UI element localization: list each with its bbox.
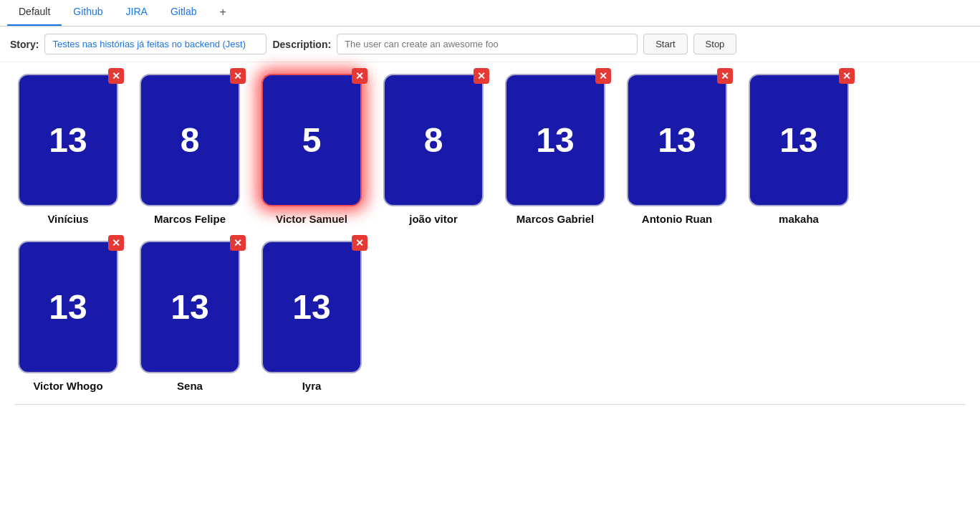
card-item: ✕8joão vitor xyxy=(380,74,487,226)
card-close-button[interactable]: ✕ xyxy=(352,68,368,84)
card-close-button[interactable]: ✕ xyxy=(108,68,124,84)
card-wrapper: ✕13 xyxy=(140,241,240,373)
card-close-button[interactable]: ✕ xyxy=(474,68,489,84)
card-wrapper: ✕13 xyxy=(18,74,118,206)
tab-add[interactable]: + xyxy=(208,0,238,26)
story-label: Story: xyxy=(10,39,39,50)
card-close-button[interactable]: ✕ xyxy=(352,235,368,251)
card-wrapper: ✕13 xyxy=(505,74,605,206)
tab-bar: Default Github JIRA Gitlab + xyxy=(0,0,980,27)
stop-button[interactable]: Stop xyxy=(693,34,737,54)
card[interactable]: 13 xyxy=(505,74,605,206)
card[interactable]: 8 xyxy=(140,74,240,206)
card-close-button[interactable]: ✕ xyxy=(839,68,855,84)
card-wrapper: ✕5 xyxy=(261,74,362,206)
tab-gitlab[interactable]: Gitlab xyxy=(159,0,208,26)
card-item: ✕8Marcos Felipe xyxy=(136,74,244,226)
card-close-button[interactable]: ✕ xyxy=(108,235,124,251)
card-wrapper: ✕13 xyxy=(749,74,849,206)
card-name: Antonio Ruan xyxy=(642,212,712,226)
card-name: Marcos Gabriel xyxy=(517,212,594,226)
card-name: Vinícius xyxy=(47,212,88,226)
card-item: ✕13makaha xyxy=(745,74,852,226)
card-item: ✕13Marcos Gabriel xyxy=(501,74,609,226)
card-item: ✕13Antonio Ruan xyxy=(623,74,731,226)
cards-grid: ✕13Vinícius✕8Marcos Felipe✕5Victor Samue… xyxy=(0,62,980,404)
card-name: makaha xyxy=(779,212,819,226)
card-close-button[interactable]: ✕ xyxy=(717,68,733,84)
card-name: joão vitor xyxy=(409,212,458,226)
description-label: Description: xyxy=(272,39,331,50)
card-item: ✕13Victor Whogo xyxy=(14,241,122,393)
card-name: Marcos Felipe xyxy=(154,212,226,226)
card-close-button[interactable]: ✕ xyxy=(595,68,611,84)
card-wrapper: ✕8 xyxy=(140,74,240,206)
card-wrapper: ✕8 xyxy=(383,74,484,206)
toolbar: Story: Description: Start Stop xyxy=(0,27,980,62)
card-wrapper: ✕13 xyxy=(18,241,118,373)
card-close-button[interactable]: ✕ xyxy=(230,235,246,251)
card-name: Victor Samuel xyxy=(276,212,347,226)
card-item: ✕5Victor Samuel xyxy=(258,74,365,226)
card-name: Sena xyxy=(177,379,203,393)
card[interactable]: 13 xyxy=(18,74,118,206)
card-item: ✕13Iyra xyxy=(258,241,365,393)
tab-default[interactable]: Default xyxy=(7,0,62,26)
start-button[interactable]: Start xyxy=(643,34,687,54)
card-close-button[interactable]: ✕ xyxy=(230,68,246,84)
card[interactable]: 13 xyxy=(627,74,727,206)
card[interactable]: 13 xyxy=(261,241,362,373)
description-input[interactable] xyxy=(337,34,638,54)
card-name: Iyra xyxy=(302,379,322,393)
card-item: ✕13Vinícius xyxy=(14,74,122,226)
tab-jira[interactable]: JIRA xyxy=(115,0,159,26)
card[interactable]: 13 xyxy=(749,74,849,206)
tab-github[interactable]: Github xyxy=(62,0,114,26)
card-item: ✕13Sena xyxy=(136,241,244,393)
story-input[interactable] xyxy=(44,34,266,54)
card[interactable]: 8 xyxy=(383,74,484,206)
card[interactable]: 13 xyxy=(140,241,240,373)
card-name: Victor Whogo xyxy=(33,379,102,393)
card-wrapper: ✕13 xyxy=(261,241,362,373)
bottom-divider xyxy=(14,404,966,405)
card-wrapper: ✕13 xyxy=(627,74,727,206)
card[interactable]: 13 xyxy=(18,241,118,373)
card[interactable]: 5 xyxy=(261,74,362,206)
